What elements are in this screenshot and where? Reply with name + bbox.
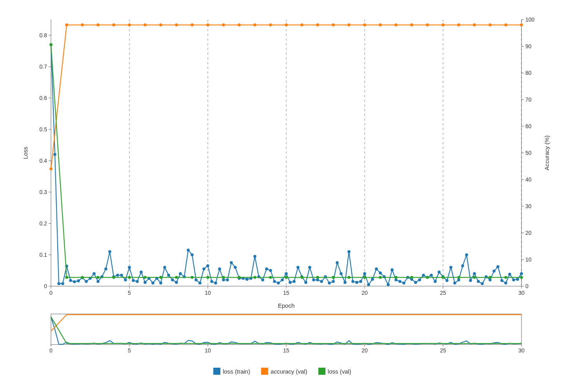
data-point[interactable] — [375, 267, 378, 270]
data-point[interactable] — [85, 280, 88, 283]
data-point[interactable] — [175, 24, 178, 27]
data-point[interactable] — [49, 43, 53, 46]
data-point[interactable] — [332, 280, 335, 283]
data-point[interactable] — [144, 24, 147, 27]
data-point[interactable] — [461, 264, 464, 267]
data-point[interactable] — [96, 276, 100, 279]
data-point[interactable] — [73, 280, 76, 283]
data-point[interactable] — [332, 24, 335, 27]
data-point[interactable] — [359, 280, 362, 283]
data-point[interactable] — [159, 24, 162, 27]
data-point[interactable] — [245, 278, 249, 281]
data-point[interactable] — [438, 270, 441, 274]
legend-item-accuracy-val[interactable]: accuracy (val) — [261, 368, 307, 375]
data-point[interactable] — [96, 280, 100, 283]
data-point[interactable] — [151, 281, 154, 285]
data-point[interactable] — [422, 274, 425, 277]
data-point[interactable] — [163, 266, 166, 269]
data-point[interactable] — [426, 276, 429, 279]
data-point[interactable] — [81, 24, 84, 27]
data-point[interactable] — [285, 24, 288, 27]
data-point[interactable] — [292, 280, 296, 283]
data-point[interactable] — [206, 276, 209, 279]
data-point[interactable] — [414, 281, 417, 284]
data-point[interactable] — [320, 280, 323, 283]
data-point[interactable] — [347, 24, 351, 27]
data-point[interactable] — [410, 24, 413, 27]
data-point[interactable] — [387, 283, 390, 286]
data-point[interactable] — [473, 24, 476, 27]
data-point[interactable] — [269, 24, 272, 27]
data-point[interactable] — [469, 279, 472, 282]
legend-item-loss-val[interactable]: loss (val) — [318, 368, 351, 375]
data-point[interactable] — [253, 276, 256, 279]
data-point[interactable] — [171, 278, 174, 281]
data-point[interactable] — [312, 278, 315, 281]
data-point[interactable] — [96, 24, 100, 27]
data-point[interactable] — [300, 276, 303, 279]
data-point[interactable] — [61, 282, 64, 285]
data-point[interactable] — [379, 272, 382, 275]
data-point[interactable] — [289, 281, 292, 284]
data-point[interactable] — [445, 279, 449, 282]
data-point[interactable] — [132, 279, 135, 282]
data-point[interactable] — [144, 276, 147, 279]
data-point[interactable] — [198, 281, 202, 285]
data-point[interactable] — [418, 278, 421, 281]
data-point[interactable] — [49, 167, 53, 171]
data-point[interactable] — [108, 250, 111, 253]
data-point[interactable] — [355, 281, 358, 284]
data-point[interactable] — [489, 24, 492, 27]
data-point[interactable] — [504, 276, 507, 279]
data-point[interactable] — [128, 266, 131, 269]
data-point[interactable] — [214, 281, 217, 285]
data-point[interactable] — [343, 281, 347, 284]
data-point[interactable] — [65, 24, 68, 27]
data-point[interactable] — [128, 24, 131, 27]
data-point[interactable] — [371, 278, 374, 281]
data-point[interactable] — [328, 281, 331, 285]
data-point[interactable] — [53, 153, 56, 156]
data-point[interactable] — [347, 276, 351, 279]
data-point[interactable] — [316, 276, 319, 279]
data-point[interactable] — [363, 276, 366, 279]
data-point[interactable] — [426, 24, 429, 27]
data-point[interactable] — [194, 278, 198, 281]
overview-frame[interactable] — [51, 314, 521, 345]
data-point[interactable] — [175, 281, 178, 284]
data-point[interactable] — [222, 24, 225, 27]
data-point[interactable] — [285, 276, 288, 279]
data-point[interactable] — [253, 255, 256, 258]
data-point[interactable] — [206, 264, 209, 267]
data-point[interactable] — [410, 276, 413, 279]
data-point[interactable] — [340, 272, 343, 275]
data-point[interactable] — [367, 283, 370, 286]
data-point[interactable] — [332, 276, 335, 279]
data-point[interactable] — [77, 279, 80, 283]
data-point[interactable] — [116, 274, 119, 277]
data-point[interactable] — [441, 24, 445, 27]
data-point[interactable] — [128, 276, 131, 279]
data-point[interactable] — [234, 266, 237, 269]
legend-item-loss-train[interactable]: loss (train) — [213, 368, 250, 375]
data-point[interactable] — [104, 267, 107, 270]
data-point[interactable] — [222, 276, 225, 279]
data-point[interactable] — [457, 276, 460, 279]
data-point[interactable] — [473, 272, 476, 275]
data-point[interactable] — [449, 266, 452, 269]
data-point[interactable] — [206, 24, 209, 27]
training-chart-overview[interactable]: 051015202530 — [16, 312, 558, 359]
data-point[interactable] — [253, 24, 256, 27]
data-point[interactable] — [430, 274, 433, 277]
data-point[interactable] — [191, 24, 194, 27]
data-point[interactable] — [230, 261, 233, 264]
data-point[interactable] — [112, 276, 115, 279]
data-point[interactable] — [434, 280, 437, 283]
data-point[interactable] — [351, 280, 354, 283]
data-point[interactable] — [81, 276, 84, 279]
data-point[interactable] — [504, 281, 507, 285]
data-point[interactable] — [140, 270, 143, 274]
data-point[interactable] — [167, 274, 170, 277]
data-point[interactable] — [363, 24, 366, 27]
data-point[interactable] — [226, 278, 229, 281]
